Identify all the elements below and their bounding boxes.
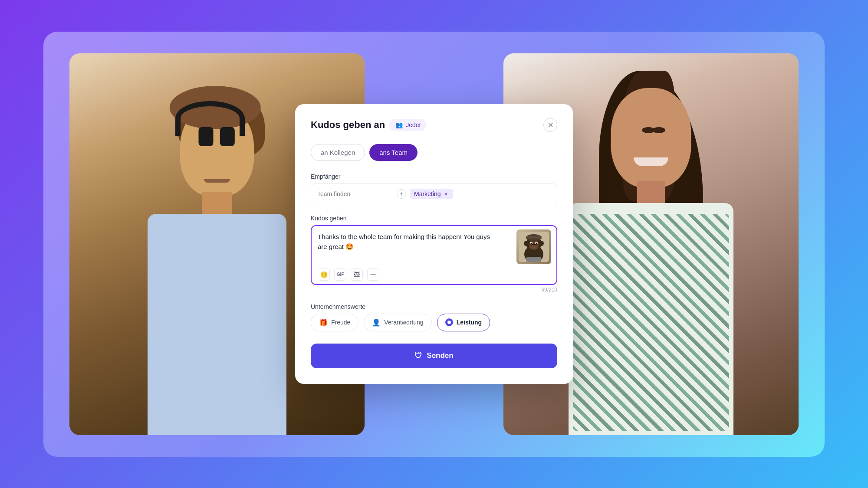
- verantwortung-icon: 👤: [372, 318, 381, 327]
- values-group: 🎁 Freude 👤 Verantwortung Leistung: [311, 314, 557, 331]
- recipient-badge: 👥 Jeder: [389, 119, 426, 131]
- add-recipient-button[interactable]: +: [397, 189, 406, 199]
- kudos-section: Kudos geben Thanks to the whole team for…: [311, 215, 557, 293]
- kudos-label: Kudos geben: [311, 215, 557, 222]
- svg-point-9: [530, 245, 537, 249]
- send-icon: 🛡: [414, 351, 422, 360]
- gif-button[interactable]: GIF: [334, 269, 346, 281]
- leistung-label: Leistung: [457, 319, 482, 326]
- kudos-image: [516, 229, 551, 264]
- recipient-badge-label: Jeder: [406, 121, 421, 128]
- char-count: 69/210: [311, 287, 557, 293]
- modal-overlay: Kudos geben an 👥 Jeder ✕ an Kollegen ans…: [295, 104, 573, 384]
- svg-point-11: [539, 241, 544, 246]
- freude-label: Freude: [331, 319, 350, 326]
- kudos-textarea-container: Thanks to the whole team for making this…: [311, 225, 557, 285]
- svg-point-10: [524, 241, 528, 246]
- background-container: Kudos geben an 👥 Jeder ✕ an Kollegen ans…: [43, 32, 825, 457]
- values-label: Unternehmenswerte: [311, 303, 557, 310]
- recipient-field[interactable]: + Marketing ×: [311, 183, 557, 204]
- more-button[interactable]: •••: [367, 269, 379, 281]
- modal-title: Kudos geben an: [311, 119, 385, 131]
- svg-rect-14: [526, 257, 541, 262]
- tab-kollegen[interactable]: an Kollegen: [311, 144, 365, 161]
- svg-point-7: [536, 243, 537, 244]
- leistung-icon: [445, 318, 453, 326]
- values-section: Unternehmenswerte 🎁 Freude 👤 Verantwortu…: [311, 303, 557, 331]
- kudos-toolbar: 🙂 GIF 🖼 •••: [318, 266, 550, 281]
- marketing-tag: Marketing ×: [410, 189, 453, 199]
- verantwortung-label: Verantwortung: [384, 319, 423, 326]
- tab-group: an Kollegen ans Team: [311, 144, 557, 161]
- svg-rect-13: [526, 236, 542, 239]
- close-button[interactable]: ✕: [543, 118, 557, 132]
- recipient-label: Empfänger: [311, 173, 557, 180]
- freude-icon: 🎁: [319, 318, 328, 327]
- value-leistung[interactable]: Leistung: [437, 314, 490, 331]
- send-label: Senden: [427, 351, 453, 360]
- kudos-modal: Kudos geben an 👥 Jeder ✕ an Kollegen ans…: [295, 104, 573, 384]
- tab-team[interactable]: ans Team: [369, 144, 418, 161]
- value-freude[interactable]: 🎁 Freude: [311, 314, 358, 331]
- recipient-icon: 👥: [395, 121, 403, 129]
- image-button[interactable]: 🖼: [351, 269, 363, 281]
- modal-title-area: Kudos geben an 👥 Jeder: [311, 119, 426, 131]
- tag-label: Marketing: [414, 190, 441, 197]
- svg-point-6: [531, 243, 532, 244]
- modal-header: Kudos geben an 👥 Jeder ✕: [311, 118, 557, 132]
- tag-remove-button[interactable]: ×: [443, 191, 448, 197]
- team-search-input[interactable]: [317, 190, 393, 197]
- value-verantwortung[interactable]: 👤 Verantwortung: [364, 314, 431, 331]
- emoji-button[interactable]: 🙂: [318, 269, 330, 281]
- recipient-section: Empfänger + Marketing ×: [311, 173, 557, 204]
- send-button[interactable]: 🛡 Senden: [311, 344, 557, 368]
- kudos-textarea[interactable]: Thanks to the whole team for making this…: [318, 232, 492, 262]
